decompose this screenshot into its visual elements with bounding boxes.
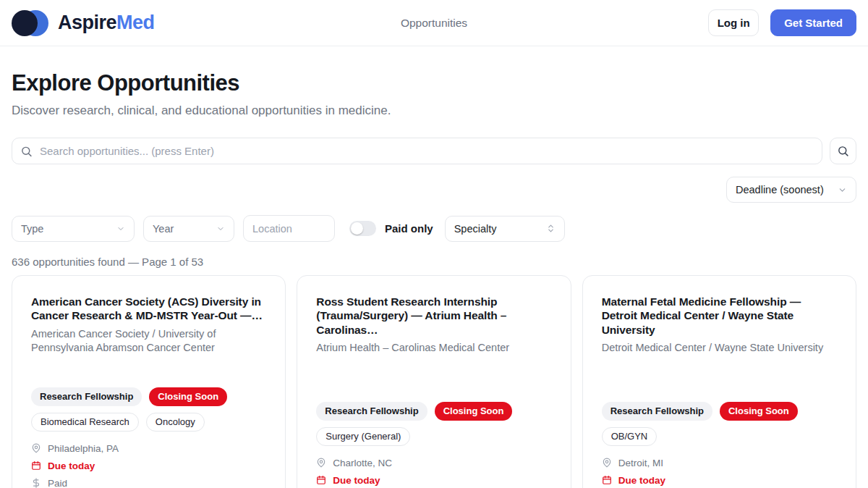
specialty-tag: Biomedical Research (31, 413, 139, 432)
chevron-down-icon (216, 224, 225, 233)
opportunity-card[interactable]: Ross Student Research Internship (Trauma… (297, 275, 571, 488)
sort-dropdown-value: Deadline (soonest) (736, 184, 824, 195)
opportunity-organization: American Cancer Society / University of … (31, 327, 266, 356)
type-filter-dropdown[interactable]: Type (12, 216, 135, 242)
calendar-icon (31, 460, 41, 471)
opportunity-title: Ross Student Research Internship (Trauma… (316, 295, 551, 337)
search-row (12, 138, 856, 164)
deadline-row: Due today (31, 460, 266, 471)
location-row: Philadelphia, PA (31, 443, 266, 454)
opportunity-card-grid: American Cancer Society (ACS) Diversity … (12, 275, 856, 488)
top-navbar: AspireMed Opportunities Log in Get Start… (0, 0, 868, 46)
search-submit-button[interactable] (830, 138, 856, 164)
specialty-filter-label: Specialty (454, 223, 497, 235)
type-badge: Research Fellowship (316, 402, 427, 421)
deadline-row: Due today (316, 475, 551, 486)
paid-only-toggle[interactable] (349, 221, 376, 236)
main-content: Explore Opportunities Discover research,… (0, 70, 868, 488)
tag-row: OB/GYN (602, 427, 837, 446)
sort-row: Deadline (soonest) (12, 177, 856, 203)
page-title: Explore Opportunities (12, 70, 856, 96)
location-pin-icon (316, 458, 326, 468)
opportunity-title: American Cancer Society (ACS) Diversity … (31, 295, 266, 323)
type-filter-label: Type (21, 223, 43, 235)
closing-soon-badge: Closing Soon (149, 387, 227, 406)
specialty-filter-select[interactable]: Specialty (445, 216, 565, 242)
badge-row: Research Fellowship Closing Soon (602, 402, 837, 421)
brand-logo-icon (12, 9, 49, 37)
search-icon (20, 145, 33, 157)
pay-text: Paid (48, 478, 67, 488)
sort-dropdown[interactable]: Deadline (soonest) (726, 177, 856, 203)
location-pin-icon (602, 458, 612, 468)
dollar-icon (31, 478, 41, 488)
paid-only-label: Paid only (385, 222, 433, 235)
closing-soon-badge: Closing Soon (435, 402, 513, 421)
tag-row: Biomedical Research Oncology (31, 413, 266, 432)
search-icon (837, 145, 849, 157)
login-button[interactable]: Log in (708, 9, 759, 36)
calendar-icon (316, 475, 326, 485)
calendar-icon (602, 475, 612, 485)
nav-link-opportunities[interactable]: Opportunities (401, 17, 467, 30)
opportunity-organization: Detroit Medical Center / Wayne State Uni… (602, 341, 837, 356)
brand-name-primary: Aspire (58, 12, 116, 33)
opportunity-card[interactable]: American Cancer Society (ACS) Diversity … (12, 275, 286, 488)
year-filter-dropdown[interactable]: Year (143, 216, 234, 242)
meta-list: Detroit, MI Due today 3 years (602, 458, 837, 488)
pay-row: Paid (31, 478, 266, 488)
location-pin-icon (31, 443, 41, 453)
toggle-knob (351, 222, 363, 235)
search-input[interactable] (12, 138, 822, 164)
location-filter-input[interactable] (243, 215, 335, 242)
specialty-tag: Surgery (General) (316, 427, 410, 446)
meta-list: Charlotte, NC Due today Paid 9 weeks (su… (316, 458, 551, 488)
get-started-button[interactable]: Get Started (770, 9, 856, 36)
opportunity-title: Maternal Fetal Medicine Fellowship — Det… (602, 295, 837, 337)
page-subtitle: Discover research, clinical, and educati… (12, 104, 856, 118)
location-row: Detroit, MI (602, 458, 837, 468)
type-badge: Research Fellowship (602, 402, 712, 421)
specialty-tag: OB/GYN (602, 427, 658, 446)
brand-name-secondary: Med (116, 12, 155, 33)
chevron-up-down-icon (546, 223, 556, 234)
opportunity-card[interactable]: Maternal Fetal Medicine Fellowship — Det… (582, 275, 856, 488)
deadline-text: Due today (618, 475, 665, 486)
filter-row: Type Year Paid only Specialty (12, 215, 856, 242)
chevron-down-icon (838, 185, 847, 195)
search-box (12, 138, 822, 164)
deadline-text: Due today (333, 475, 380, 486)
header-actions: Log in Get Started (708, 9, 856, 36)
results-summary: 636 opportunities found — Page 1 of 53 (12, 256, 856, 268)
tag-row: Surgery (General) (316, 427, 551, 446)
deadline-text: Due today (48, 460, 95, 471)
opportunity-organization: Atrium Health – Carolinas Medical Center (316, 341, 551, 356)
year-filter-label: Year (153, 223, 174, 235)
chevron-down-icon (116, 224, 125, 233)
brand-logo[interactable]: AspireMed (12, 9, 155, 37)
meta-list: Philadelphia, PA Due today Paid 1 year (31, 443, 266, 488)
closing-soon-badge: Closing Soon (720, 402, 798, 421)
badge-row: Research Fellowship Closing Soon (31, 387, 266, 406)
location-row: Charlotte, NC (316, 458, 551, 468)
location-text: Detroit, MI (618, 458, 663, 468)
deadline-row: Due today (602, 475, 837, 486)
specialty-tag: Oncology (146, 413, 205, 432)
location-text: Philadelphia, PA (48, 443, 119, 454)
brand-name: AspireMed (58, 12, 155, 34)
badge-row: Research Fellowship Closing Soon (316, 402, 551, 421)
location-text: Charlotte, NC (333, 458, 392, 468)
type-badge: Research Fellowship (31, 387, 142, 406)
